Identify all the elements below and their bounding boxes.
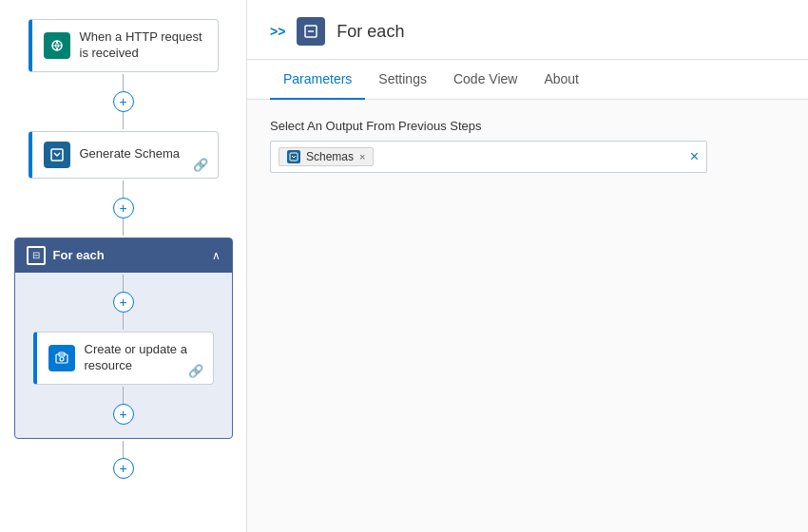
tab-parameters[interactable]: Parameters xyxy=(270,60,365,100)
connector-bottom: + xyxy=(113,441,134,479)
schemas-tag-close[interactable]: × xyxy=(359,151,365,162)
connector-line xyxy=(123,387,125,404)
connector-line xyxy=(123,74,125,91)
connector-line xyxy=(123,313,125,330)
add-btn-inner-1[interactable]: + xyxy=(113,292,134,313)
create-resource-node[interactable]: Create or update a resource 🔗 xyxy=(33,332,214,385)
resource-node-text: Create or update a resource xyxy=(85,342,202,374)
foreach-right-icon xyxy=(297,17,325,46)
add-btn-2[interactable]: + xyxy=(113,198,134,218)
add-btn-inner-2[interactable]: + xyxy=(113,404,134,425)
http-node-text: When a HTTP request is received xyxy=(80,29,206,62)
collapse-btn[interactable]: >> xyxy=(270,24,285,39)
connector-line xyxy=(123,112,125,129)
svg-rect-3 xyxy=(56,354,67,363)
connector-line xyxy=(123,218,125,236)
tab-code-view[interactable]: Code View xyxy=(440,60,530,100)
schema-node-text: Generate Schema xyxy=(80,146,181,162)
foreach-title: For each xyxy=(53,248,105,262)
tabs-container: Parameters Settings Code View About xyxy=(247,60,808,100)
tab-about[interactable]: About xyxy=(530,60,592,100)
inner-connector-1: + xyxy=(113,275,134,330)
generate-schema-node[interactable]: Generate Schema 🔗 xyxy=(29,131,219,179)
output-field-label: Select An Output From Previous Steps xyxy=(270,119,785,133)
http-icon xyxy=(44,32,70,59)
link-icon-1: 🔗 xyxy=(193,158,208,172)
inner-connector-2: + xyxy=(113,387,134,425)
schemas-tag: Schemas × xyxy=(279,147,374,166)
right-header: >> For each xyxy=(247,0,808,60)
svg-point-5 xyxy=(60,357,64,361)
resource-icon xyxy=(48,345,75,371)
add-btn-1[interactable]: + xyxy=(113,91,134,112)
tab-settings[interactable]: Settings xyxy=(365,60,440,100)
svg-rect-8 xyxy=(290,153,298,161)
schema-icon xyxy=(44,142,70,168)
connector-2: + xyxy=(113,180,134,236)
right-content: Select An Output From Previous Steps Sch… xyxy=(247,100,808,532)
connector-line xyxy=(123,441,125,458)
schemas-tag-label: Schemas xyxy=(306,150,354,163)
http-request-node[interactable]: When a HTTP request is received xyxy=(29,19,219,72)
right-title: For each xyxy=(337,22,404,42)
flow-container: When a HTTP request is received + Genera… xyxy=(10,19,237,481)
output-input-field[interactable]: Schemas × × xyxy=(270,141,707,173)
connector-1: + xyxy=(113,74,134,129)
clear-input-btn[interactable]: × xyxy=(690,148,699,165)
link-icon-2: 🔗 xyxy=(188,364,203,378)
foreach-icon: ⊟ xyxy=(27,246,46,265)
foreach-collapse-btn[interactable]: ∧ xyxy=(212,249,221,262)
foreach-header[interactable]: ⊟ For each ∧ xyxy=(15,238,232,273)
connector-line xyxy=(123,180,125,198)
foreach-inner: + Create or update a resource 🔗 xyxy=(15,273,232,427)
foreach-container: ⊟ For each ∧ + xyxy=(14,238,233,439)
left-panel: When a HTTP request is received + Genera… xyxy=(0,0,247,532)
connector-line xyxy=(123,275,125,292)
foreach-header-left: ⊟ For each xyxy=(27,246,105,265)
add-btn-bottom[interactable]: + xyxy=(113,458,134,479)
right-panel: >> For each Parameters Settings Code Vie… xyxy=(247,0,808,532)
schemas-tag-icon xyxy=(287,150,300,163)
